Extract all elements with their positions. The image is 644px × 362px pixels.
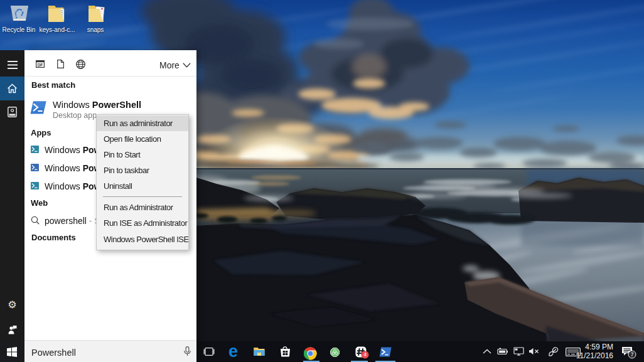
svg-text:7: 7: [631, 351, 634, 358]
svg-text:4: 4: [363, 351, 367, 358]
svg-text:DF: DF: [38, 63, 43, 67]
